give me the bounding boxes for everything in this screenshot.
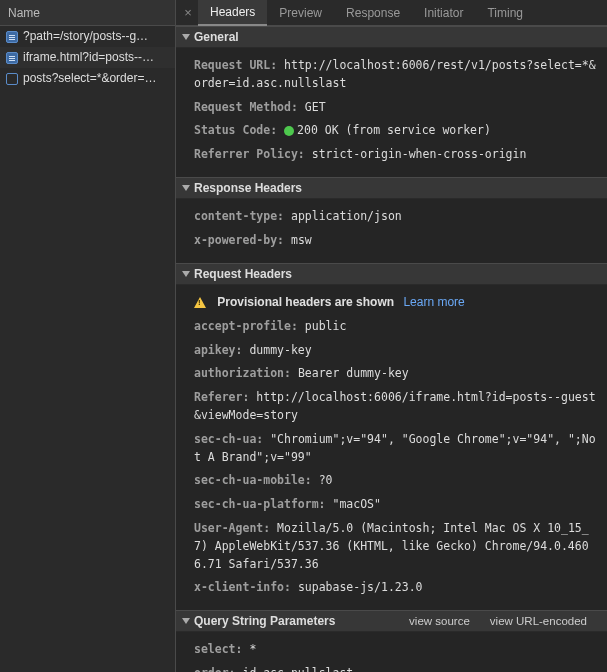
header-row: Status Code: 200 OK (from service worker… (176, 119, 607, 143)
document-outline-icon (6, 73, 18, 85)
close-icon[interactable]: × (178, 5, 198, 20)
request-item[interactable]: iframe.html?id=posts--… (0, 47, 175, 68)
header-row: x-client-info: supabase-js/1.23.0 (176, 576, 607, 600)
view-url-encoded-button[interactable]: view URL-encoded (490, 610, 587, 632)
header-row: Referrer Policy: strict-origin-when-cros… (176, 143, 607, 167)
details-panel: × Headers Preview Response Initiator Tim… (176, 0, 607, 672)
section-response-headers-header[interactable]: Response Headers (176, 177, 607, 199)
learn-more-link[interactable]: Learn more (403, 295, 464, 309)
section-request-headers-body: Provisional headers are shown Learn more… (176, 285, 607, 611)
document-icon (6, 52, 18, 64)
section-title: Query String Parameters (194, 610, 335, 632)
header-row: order: id.asc.nullslast (176, 662, 607, 672)
tab-timing[interactable]: Timing (475, 0, 535, 26)
sidebar-header-name[interactable]: Name (0, 0, 175, 26)
header-row: apikey: dummy-key (176, 339, 607, 363)
header-row: x-powered-by: msw (176, 229, 607, 253)
status-dot-icon (284, 126, 294, 136)
qsp-actions: view source view URL-encoded (409, 610, 601, 632)
triangle-down-icon (182, 271, 190, 277)
header-row: authorization: Bearer dummy-key (176, 362, 607, 386)
request-list-sidebar: Name ?path=/story/posts--g… iframe.html?… (0, 0, 176, 672)
triangle-down-icon (182, 34, 190, 40)
headers-content[interactable]: General Request URL: http://localhost:60… (176, 26, 607, 672)
section-request-headers-header[interactable]: Request Headers (176, 263, 607, 285)
view-source-button[interactable]: view source (409, 610, 470, 632)
header-row: Referer: http://localhost:6006/iframe.ht… (176, 386, 607, 428)
request-item-label: ?path=/story/posts--g… (23, 26, 148, 47)
header-row: sec-ch-ua-platform: "macOS" (176, 493, 607, 517)
section-response-headers-body: content-type: application/json x-powered… (176, 199, 607, 263)
section-title: Response Headers (194, 177, 302, 199)
request-item-label: posts?select=*&order=… (23, 68, 156, 89)
section-title: Request Headers (194, 263, 292, 285)
request-item[interactable]: posts?select=*&order=… (0, 68, 175, 89)
header-row: Request Method: GET (176, 96, 607, 120)
section-query-params-header[interactable]: Query String Parameters view source view… (176, 610, 607, 632)
triangle-down-icon (182, 185, 190, 191)
document-icon (6, 31, 18, 43)
tab-headers[interactable]: Headers (198, 0, 267, 26)
request-item[interactable]: ?path=/story/posts--g… (0, 26, 175, 47)
provisional-warning: Provisional headers are shown Learn more (176, 291, 607, 315)
section-general-body: Request URL: http://localhost:6006/rest/… (176, 48, 607, 177)
section-general-header[interactable]: General (176, 26, 607, 48)
tab-initiator[interactable]: Initiator (412, 0, 475, 26)
request-item-label: iframe.html?id=posts--… (23, 47, 154, 68)
request-list: ?path=/story/posts--g… iframe.html?id=po… (0, 26, 175, 672)
tab-response[interactable]: Response (334, 0, 412, 26)
header-row: sec-ch-ua-mobile: ?0 (176, 469, 607, 493)
header-row: accept-profile: public (176, 315, 607, 339)
header-row: Request URL: http://localhost:6006/rest/… (176, 54, 607, 96)
section-title: General (194, 26, 239, 48)
detail-tabs: × Headers Preview Response Initiator Tim… (176, 0, 607, 26)
header-row: select: * (176, 638, 607, 662)
triangle-down-icon (182, 618, 190, 624)
section-query-params-body: select: * order: id.asc.nullslast (176, 632, 607, 672)
header-row: sec-ch-ua: "Chromium";v="94", "Google Ch… (176, 428, 607, 470)
warning-icon (194, 297, 206, 308)
tab-preview[interactable]: Preview (267, 0, 334, 26)
header-row: User-Agent: Mozilla/5.0 (Macintosh; Inte… (176, 517, 607, 576)
header-row: content-type: application/json (176, 205, 607, 229)
